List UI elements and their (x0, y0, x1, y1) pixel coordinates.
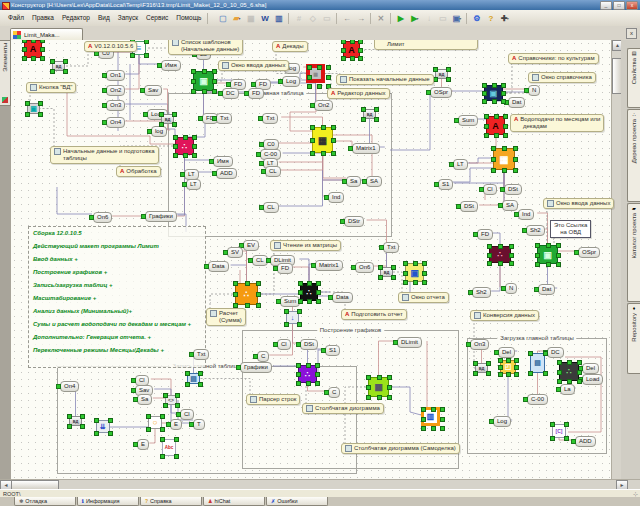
menu-item-6[interactable]: Помощь (172, 11, 205, 25)
node-load-window[interactable]: ▤ (530, 353, 545, 373)
node-port[interactable] (514, 147, 517, 150)
bottom-tab-1[interactable]: ℹИнформация (77, 497, 139, 506)
node-port[interactable] (493, 84, 496, 87)
comment-callout-20[interactable]: Парсер строк (246, 394, 300, 405)
help-button[interactable]: ? (484, 12, 497, 25)
node-port[interactable] (332, 126, 335, 129)
port-label[interactable]: DSt (504, 184, 522, 195)
node-port[interactable] (432, 427, 435, 430)
node-port[interactable] (193, 154, 196, 157)
node-c-format[interactable]: [C] (552, 424, 566, 438)
node-port[interactable] (307, 382, 310, 385)
node-port[interactable] (351, 57, 354, 60)
node-port[interactable] (308, 76, 311, 79)
node-port[interactable] (213, 90, 216, 93)
port-label[interactable]: ADD (216, 168, 237, 179)
node-port[interactable] (308, 300, 311, 303)
port-label[interactable]: Txt (216, 113, 232, 124)
extras-button[interactable]: ✚▾ (498, 12, 511, 25)
node-port[interactable] (422, 427, 425, 430)
node-monitor[interactable]: ▣ (27, 103, 40, 114)
node-port[interactable] (547, 263, 550, 266)
node-port[interactable] (145, 54, 148, 57)
node-port[interactable] (193, 136, 196, 139)
elements-panel-tab[interactable]: Элементы (0, 40, 11, 106)
preview-button[interactable]: ▥ (272, 12, 285, 25)
port-label[interactable]: Load (582, 374, 603, 385)
node-port[interactable] (507, 373, 510, 376)
port-label[interactable]: SV (227, 247, 243, 258)
port-label[interactable]: On4 (60, 381, 79, 392)
node-report-window[interactable]: ▣ (405, 263, 424, 282)
node-button-a[interactable]: А (24, 40, 42, 58)
port-label[interactable]: DSt (460, 201, 478, 212)
node-spr-window[interactable]: ▣ (484, 85, 503, 101)
node-port[interactable] (392, 266, 395, 269)
close-document-button[interactable]: x (626, 28, 637, 39)
node-port[interactable] (503, 169, 506, 172)
node-port[interactable] (485, 125, 488, 128)
node-water-a[interactable]: А (486, 116, 505, 135)
node-port[interactable] (441, 408, 444, 411)
port-label[interactable]: OSpr (578, 247, 600, 258)
node-port[interactable] (41, 57, 44, 60)
node-port[interactable] (565, 423, 568, 426)
port-label[interactable]: On4 (106, 117, 125, 128)
right-tab-2[interactable]: ▰Каталог проекта (627, 203, 640, 302)
node-input-form[interactable]: ▣ (193, 71, 214, 91)
node-port[interactable] (375, 118, 378, 121)
port-label[interactable]: Log (282, 76, 300, 87)
node-port[interactable] (41, 40, 44, 42)
node-btn-5[interactable]: ВД (363, 109, 376, 119)
node-port[interactable] (308, 66, 311, 69)
port-label[interactable]: On3 (470, 339, 489, 350)
port-label[interactable]: DStr (344, 216, 364, 227)
port-label[interactable]: Sh2 (526, 225, 545, 236)
port-label[interactable]: On3 (106, 100, 125, 111)
node-port[interactable] (203, 90, 206, 93)
node-btn-4[interactable]: ВД (435, 69, 448, 79)
node-btn-1[interactable]: ВД (69, 416, 82, 426)
node-port[interactable] (161, 438, 164, 441)
node-port[interactable] (422, 418, 425, 421)
port-label[interactable]: E (170, 419, 182, 430)
menu-item-0[interactable]: Файл (4, 11, 28, 25)
port-label[interactable]: C-00 (527, 394, 548, 405)
port-label[interactable]: Data (332, 292, 353, 303)
port-label[interactable]: Data (208, 261, 229, 272)
port-label[interactable]: Del (498, 347, 515, 358)
port-label[interactable]: Sum (458, 115, 478, 126)
node-port[interactable] (547, 244, 550, 247)
node-port[interactable] (164, 394, 167, 397)
port-label[interactable]: DSt (300, 339, 318, 350)
node-port[interactable] (432, 408, 435, 411)
port-label[interactable]: N (528, 85, 540, 96)
node-port[interactable] (213, 80, 216, 83)
node-port[interactable] (502, 84, 505, 87)
node-port[interactable] (160, 123, 163, 126)
node-port[interactable] (388, 376, 391, 379)
node-port[interactable] (23, 48, 26, 51)
node-str-build[interactable]: ○ (148, 416, 162, 429)
node-show-data[interactable]: ▦ (306, 64, 325, 83)
node-port[interactable] (147, 428, 150, 431)
port-label[interactable]: ADD (575, 436, 596, 447)
node-port[interactable] (495, 134, 498, 137)
node-port[interactable] (332, 139, 335, 142)
node-port[interactable] (578, 361, 581, 364)
node-convert[interactable]: ∴ (489, 246, 511, 263)
port-label[interactable]: Sh2 (472, 287, 491, 298)
comment-callout-1[interactable]: Список шаблонов(Начальные данные) (168, 40, 243, 55)
node-port[interactable] (285, 310, 288, 313)
node-port[interactable] (557, 244, 560, 247)
node-port[interactable] (174, 136, 177, 139)
node-port[interactable] (109, 432, 112, 435)
node-port[interactable] (173, 123, 176, 126)
node-port[interactable] (495, 115, 498, 118)
design-canvas[interactable]: Главная таблицаПостроение графиковЗапись… (11, 40, 621, 479)
node-port[interactable] (514, 169, 517, 172)
node-port[interactable] (199, 383, 202, 386)
node-port[interactable] (95, 432, 98, 435)
node-port[interactable] (551, 437, 554, 440)
node-port[interactable] (81, 425, 84, 428)
